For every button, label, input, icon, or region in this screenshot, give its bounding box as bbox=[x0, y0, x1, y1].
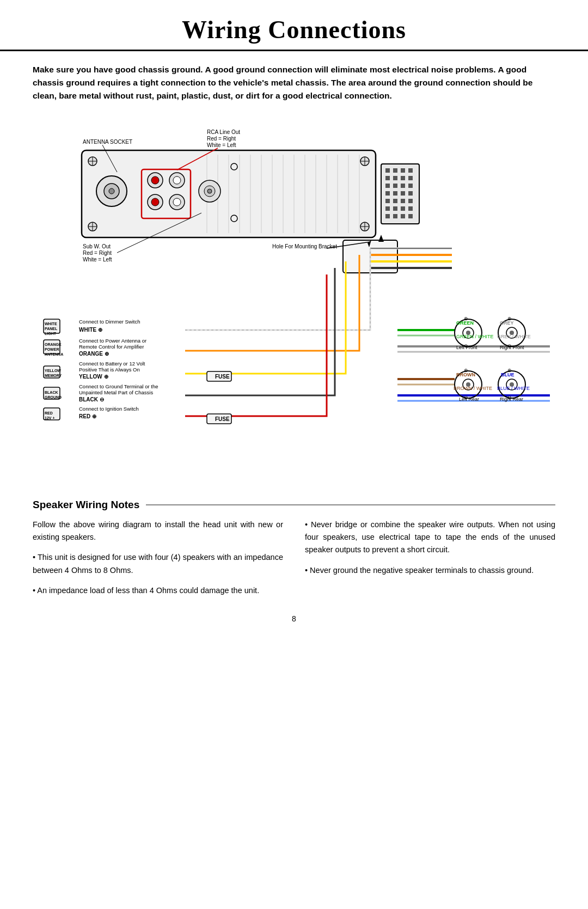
notes-title-line bbox=[146, 504, 555, 505]
svg-point-35 bbox=[173, 176, 181, 184]
svg-text:Right Front: Right Front bbox=[500, 345, 524, 350]
svg-rect-71 bbox=[393, 214, 397, 218]
svg-text:YELLOW: YELLOW bbox=[45, 369, 61, 373]
page-header: Wiring Connections bbox=[0, 0, 588, 51]
svg-text:Connect to Battery or 12 Volt: Connect to Battery or 12 Volt bbox=[79, 361, 145, 367]
svg-text:BLACK: BLACK bbox=[45, 391, 58, 394]
page-title: Wiring Connections bbox=[33, 15, 555, 44]
svg-text:MEMORY: MEMORY bbox=[45, 374, 62, 377]
svg-rect-67 bbox=[393, 206, 397, 211]
svg-text:BLACK ⊖: BLACK ⊖ bbox=[79, 396, 104, 402]
svg-rect-66 bbox=[385, 206, 390, 211]
svg-rect-65 bbox=[408, 199, 413, 203]
svg-text:LIGHT: LIGHT bbox=[45, 332, 57, 335]
svg-text:ANTENNA: ANTENNA bbox=[45, 352, 63, 356]
svg-marker-76 bbox=[378, 235, 384, 242]
notes-columns: Follow the above wiring diagram to insta… bbox=[33, 518, 555, 605]
page-number: 8 bbox=[0, 605, 588, 629]
svg-text:PANEL: PANEL bbox=[45, 327, 58, 331]
svg-rect-50 bbox=[385, 176, 390, 180]
svg-rect-63 bbox=[393, 199, 397, 203]
svg-rect-58 bbox=[385, 191, 390, 196]
svg-text:FUSE: FUSE bbox=[215, 374, 230, 380]
svg-text:ORANGE ⊕: ORANGE ⊕ bbox=[79, 351, 109, 357]
svg-rect-52 bbox=[401, 176, 405, 180]
svg-rect-57 bbox=[408, 184, 413, 188]
svg-text:⊖: ⊖ bbox=[464, 395, 468, 400]
svg-rect-68 bbox=[401, 206, 405, 211]
svg-text:GREEN / WHITE: GREEN / WHITE bbox=[456, 334, 494, 339]
svg-text:Left Rear: Left Rear bbox=[459, 396, 479, 402]
svg-text:⊕: ⊕ bbox=[464, 316, 468, 321]
intro-text: Make sure you have good chassis ground. … bbox=[0, 63, 588, 102]
svg-rect-62 bbox=[385, 199, 390, 203]
svg-text:Sub W. Out: Sub W. Out bbox=[83, 243, 111, 249]
svg-rect-53 bbox=[408, 176, 413, 180]
svg-text:RCA Line Out: RCA Line Out bbox=[207, 129, 240, 135]
svg-rect-54 bbox=[385, 184, 390, 188]
svg-text:BROWN / WHITE: BROWN / WHITE bbox=[454, 386, 492, 391]
notes-title: Speaker Wiring Notes bbox=[33, 499, 146, 511]
notes-col-right: • Never bridge or combine the speaker wi… bbox=[305, 518, 555, 605]
notes-col-left: Follow the above wiring diagram to insta… bbox=[33, 518, 283, 605]
svg-point-30 bbox=[109, 188, 114, 194]
wiring-diagram: ANTENNA SOCKET RCA Line Out Red = Right … bbox=[0, 118, 588, 488]
svg-rect-46 bbox=[385, 168, 390, 173]
svg-rect-49 bbox=[408, 168, 413, 173]
svg-text:Connect to Power Antenna or: Connect to Power Antenna or bbox=[79, 338, 146, 344]
svg-text:White = Left: White = Left bbox=[83, 257, 112, 263]
svg-text:Connect to Dimmer Switch: Connect to Dimmer Switch bbox=[79, 319, 140, 325]
svg-text:Connect to Ignition Switch: Connect to Ignition Switch bbox=[79, 406, 139, 412]
svg-rect-72 bbox=[401, 214, 405, 218]
svg-text:YELLOW ⊕: YELLOW ⊕ bbox=[79, 374, 108, 380]
svg-text:Remote Control for Amplifier: Remote Control for Amplifier bbox=[79, 344, 144, 350]
svg-rect-61 bbox=[408, 191, 413, 196]
svg-rect-59 bbox=[393, 191, 397, 196]
notes-col2-p2: • Never ground the negative speaker term… bbox=[305, 564, 555, 577]
svg-text:Connect to Ground Terminal or : Connect to Ground Terminal or the bbox=[79, 383, 158, 389]
svg-rect-69 bbox=[408, 206, 413, 211]
svg-rect-47 bbox=[393, 168, 397, 173]
svg-text:GROUND: GROUND bbox=[45, 395, 62, 399]
svg-text:Positive That is Always On: Positive That is Always On bbox=[79, 367, 140, 373]
svg-text:RED ⊕: RED ⊕ bbox=[79, 413, 96, 419]
svg-point-37 bbox=[151, 198, 159, 206]
svg-text:RED: RED bbox=[45, 411, 53, 415]
svg-text:WHITE ⊕: WHITE ⊕ bbox=[79, 327, 102, 333]
svg-text:FUSE: FUSE bbox=[215, 416, 230, 422]
svg-text:⊕: ⊕ bbox=[464, 368, 468, 373]
svg-point-39 bbox=[173, 198, 181, 206]
svg-rect-60 bbox=[401, 191, 405, 196]
svg-rect-55 bbox=[393, 184, 397, 188]
svg-text:12V +: 12V + bbox=[45, 416, 55, 420]
wiring-svg: ANTENNA SOCKET RCA Line Out Red = Right … bbox=[22, 118, 566, 488]
notes-col1-p2: • This unit is designed for use with fou… bbox=[33, 551, 283, 576]
svg-text:BLUE / WHITE: BLUE / WHITE bbox=[497, 386, 530, 391]
svg-text:⊕: ⊕ bbox=[507, 316, 512, 321]
svg-text:Red = Right: Red = Right bbox=[83, 250, 112, 256]
svg-point-42 bbox=[207, 189, 212, 193]
svg-text:GREY / WHITE: GREY / WHITE bbox=[497, 334, 531, 339]
svg-rect-51 bbox=[393, 176, 397, 180]
svg-text:⊖: ⊖ bbox=[507, 395, 512, 400]
svg-text:Red = Right: Red = Right bbox=[207, 136, 236, 142]
svg-rect-64 bbox=[401, 199, 405, 203]
notes-col1-p3: • An impedance load of less than 4 Ohms … bbox=[33, 584, 283, 597]
notes-col2-p1: • Never bridge or combine the speaker wi… bbox=[305, 518, 555, 557]
svg-rect-56 bbox=[401, 184, 405, 188]
svg-text:ORANGE: ORANGE bbox=[45, 343, 62, 346]
svg-text:POWER: POWER bbox=[45, 347, 59, 351]
notes-title-bar: Speaker Wiring Notes bbox=[33, 499, 555, 511]
svg-rect-48 bbox=[401, 168, 405, 173]
svg-point-33 bbox=[151, 176, 159, 184]
svg-text:⊖: ⊖ bbox=[507, 343, 512, 349]
svg-text:Unpainted Metal Part of Chassi: Unpainted Metal Part of Chassis bbox=[79, 389, 153, 395]
notes-col1-p1: Follow the above wiring diagram to insta… bbox=[33, 518, 283, 544]
notes-section: Speaker Wiring Notes Follow the above wi… bbox=[0, 499, 588, 605]
svg-text:White = Left: White = Left bbox=[207, 142, 236, 148]
svg-rect-70 bbox=[385, 214, 390, 218]
svg-rect-73 bbox=[408, 214, 413, 218]
svg-text:ANTENNA SOCKET: ANTENNA SOCKET bbox=[83, 139, 132, 145]
svg-text:WHITE: WHITE bbox=[45, 322, 57, 326]
svg-text:⊕: ⊕ bbox=[507, 368, 512, 373]
